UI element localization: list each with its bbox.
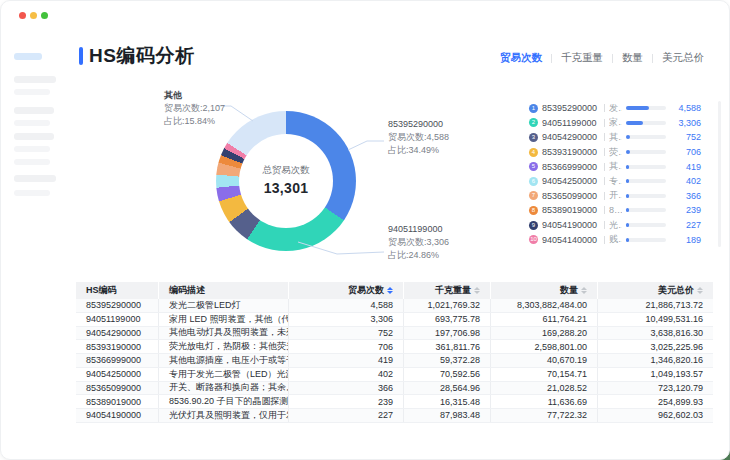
cell-trade-count: 366 [289,382,404,395]
value-bar-fill [626,135,630,139]
table-row[interactable]: 85366999000其他电源插座，电压小于或等于 1000 伏：...4195… [76,354,713,368]
cell-trade-count: 239 [289,395,404,408]
callout-share: 占比:34.49% [388,144,449,157]
callout-top-segment: 85395290000 贸易次数:4,588 占比:34.49% [388,118,449,157]
list-item[interactable]: 294051199000家用 LED 照明装置，其他（代码：9405.1...3… [529,116,701,131]
hs-code-label: 85393190000 [542,147,600,157]
ranking-scrollbar[interactable] [718,101,721,247]
cell-trade-count: 419 [289,354,404,367]
table-row[interactable]: 853890190008536.90.20 子目下的晶圆探测器零件，其...23… [76,395,713,409]
rank-badge: 3 [529,133,538,142]
callout-trades: 贸易次数:3,306 [388,236,449,249]
cell-hs-code: 85393190000 [76,340,159,353]
value-bar-track [626,223,666,227]
sidebar-item-placeholder [14,146,50,152]
sort-icon[interactable] [474,287,480,294]
code-desc-divider [604,133,605,141]
value-bar-track [626,106,666,110]
callout-share: 占比:24.86% [388,249,449,262]
cell-usd-total: 1,049,193.57 [598,368,713,381]
trade-count-value: 366 [670,191,701,201]
sidebar-item-placeholder [14,76,56,83]
cell-trade-count: 706 [289,340,404,353]
cell-usd-total: 254,899.93 [598,395,713,408]
sort-asc-icon [387,287,393,290]
sidebar-item-placeholder [14,190,50,196]
column-header-编码描述: 编码描述 [159,282,289,299]
hs-desc-label: 开关、断路器和换向器；其余。 [609,189,622,202]
column-header-千克重量[interactable]: 千克重量 [404,282,491,299]
column-header-美元总价[interactable]: 美元总价 [598,282,713,299]
table-row[interactable]: 94054250000专用于发光二极管（LED）光源的灯具及...40270,5… [76,368,713,382]
callout-trades: 贸易次数:4,588 [388,131,449,144]
cell-quantity: 77,722.32 [491,409,598,422]
sidebar-active-item-placeholder[interactable] [14,53,42,60]
sidebar-item-placeholder [14,175,56,182]
tab-贸易次数[interactable]: 贸易次数 [500,51,542,65]
cell-quantity: 169,288.20 [491,327,598,340]
sort-icon[interactable] [697,287,703,294]
table-row[interactable]: 94051199000家用 LED 照明装置，其他（代码：9405.1...3,… [76,313,713,327]
code-desc-divider [604,177,605,185]
table-row[interactable]: 94054190000光伏灯具及照明装置，仅用于发光二极管...22787,98… [76,409,713,423]
list-item[interactable]: 694054250000专用于发光二极管（LED）光源的灯具及...402 [529,174,701,189]
cell-quantity: 40,670.19 [491,354,598,367]
cell-usd-total: 723,120.79 [598,382,713,395]
trade-count-value: 419 [670,162,701,172]
value-bar-track [626,165,666,169]
window-minimize-button[interactable] [30,12,37,19]
cell-trade-count: 752 [289,327,404,340]
column-header-贸易次数[interactable]: 贸易次数 [289,282,404,299]
column-header-label: HS编码 [86,284,117,297]
cell-quantity: 21,028.52 [491,382,598,395]
cell-kg-weight: 87,983.48 [404,409,491,422]
trade-count-value: 4,588 [670,103,701,113]
hs-code-label: 94054290000 [542,132,600,142]
column-header-数量[interactable]: 数量 [491,282,598,299]
window-close-button[interactable] [19,12,26,19]
rank-badge: 6 [529,177,538,186]
list-item[interactable]: 485393190000荧光放电灯，热阴极：其他荧光，热阴极706 [529,145,701,160]
list-item[interactable]: 994054190000光伏灯具及照明装置，仅用于发光二极管...227 [529,218,701,233]
callout-name: 其他 [164,89,225,102]
code-desc-divider [604,104,605,112]
list-item[interactable]: 394054290000其他电动灯具及照明装置，未列明，设计...752 [529,130,701,145]
cell-hs-code: 94054190000 [76,409,159,422]
trade-count-value: 752 [670,132,701,142]
sort-icon[interactable] [581,287,587,294]
callout-other: 其他 贸易次数:2,107 占比:15.84% [164,89,225,128]
list-item[interactable]: 185395290000发光二极管LED灯4,588 [529,101,701,116]
value-bar-track [626,208,666,212]
hs-desc-label: 家用 LED 照明装置，其他（代码：9405.1... [609,116,622,129]
cell-kg-weight: 59,372.28 [404,354,491,367]
value-bar-track [626,150,666,154]
list-item[interactable]: 785365099000开关、断路器和换向器；其余。366 [529,189,701,204]
cell-description: 其他电源插座，电压小于或等于 1000 伏：... [159,354,289,367]
sidebar-item-placeholder [14,159,50,165]
table-row[interactable]: 85365099000开关、断路器和换向器；其余。36628,564.9621,… [76,382,713,396]
cell-hs-code: 94051199000 [76,313,159,326]
hs-desc-label: 发光二极管LED灯 [609,102,622,115]
cell-usd-total: 3,638,816.30 [598,327,713,340]
list-item[interactable]: 8853890190008536.90.20 子目下的晶圆探测器零件，其...2… [529,203,701,218]
code-desc-divider [604,119,605,127]
list-item[interactable]: 1094054140000贱金属（不...189 [529,232,701,247]
cell-usd-total: 1,346,820.16 [598,354,713,367]
cell-usd-total: 3,025,225.96 [598,340,713,353]
table-row[interactable]: 94054290000其他电动灯具及照明装置，未列明，设计...752197,7… [76,327,713,341]
list-item[interactable]: 585366999000其他电源插座，电压小于或等于 1000 伏：...419 [529,159,701,174]
tab-美元总价[interactable]: 美元总价 [662,51,704,65]
cell-hs-code: 94054250000 [76,368,159,381]
tab-千克重量[interactable]: 千克重量 [561,51,603,65]
window-maximize-button[interactable] [41,12,48,19]
callout-second-segment: 94051199000 贸易次数:3,306 占比:24.86% [388,223,449,262]
table-row[interactable]: 85393190000荧光放电灯，热阴极：其他荧光，热阴极706361,811.… [76,340,713,354]
rank-badge: 5 [529,162,538,171]
sort-icon[interactable] [387,287,393,294]
tab-数量[interactable]: 数量 [622,51,643,65]
window-controls [19,12,48,19]
sidebar-item-placeholder [14,107,54,114]
tab-divider [551,54,552,63]
value-bar-track [626,179,666,183]
table-row[interactable]: 85395290000发光二极管LED灯4,5881,021,769.328,3… [76,299,713,313]
